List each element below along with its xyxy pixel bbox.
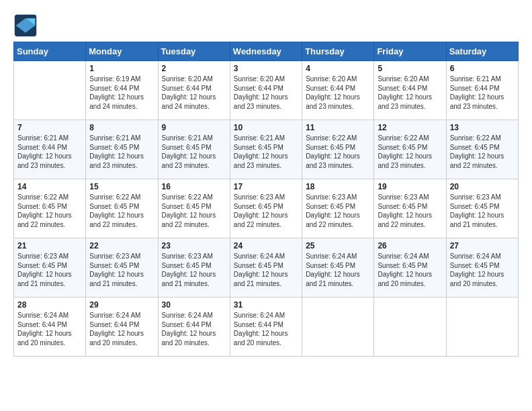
- day-number: 14: [17, 182, 82, 191]
- day-info: Sunrise: 6:22 AM Sunset: 6:45 PM Dayligh…: [89, 193, 154, 229]
- day-cell: [302, 298, 374, 357]
- day-cell: 7Sunrise: 6:21 AM Sunset: 6:44 PM Daylig…: [14, 120, 86, 179]
- day-info: Sunrise: 6:24 AM Sunset: 6:44 PM Dayligh…: [89, 311, 154, 347]
- day-number: 30: [162, 300, 226, 310]
- day-number: 13: [450, 123, 515, 132]
- day-info: Sunrise: 6:24 AM Sunset: 6:44 PM Dayligh…: [234, 311, 298, 347]
- day-cell: 6Sunrise: 6:21 AM Sunset: 6:44 PM Daylig…: [446, 61, 518, 120]
- day-number: 21: [17, 241, 82, 250]
- day-info: Sunrise: 6:19 AM Sunset: 6:44 PM Dayligh…: [89, 75, 154, 111]
- day-number: 15: [89, 182, 154, 191]
- weekday-header-row: SundayMondayTuesdayWednesdayThursdayFrid…: [14, 42, 519, 61]
- week-row-3: 14Sunrise: 6:22 AM Sunset: 6:45 PM Dayli…: [14, 179, 519, 238]
- day-number: 5: [378, 64, 442, 73]
- day-cell: 22Sunrise: 6:23 AM Sunset: 6:45 PM Dayli…: [86, 238, 158, 298]
- day-cell: 18Sunrise: 6:23 AM Sunset: 6:45 PM Dayli…: [302, 179, 374, 238]
- day-info: Sunrise: 6:22 AM Sunset: 6:45 PM Dayligh…: [450, 134, 515, 170]
- day-info: Sunrise: 6:24 AM Sunset: 6:45 PM Dayligh…: [234, 252, 298, 288]
- day-number: 24: [234, 241, 298, 250]
- day-info: Sunrise: 6:24 AM Sunset: 6:44 PM Dayligh…: [162, 311, 226, 347]
- day-cell: 1Sunrise: 6:19 AM Sunset: 6:44 PM Daylig…: [86, 61, 158, 120]
- day-cell: 8Sunrise: 6:21 AM Sunset: 6:45 PM Daylig…: [86, 120, 158, 179]
- day-number: 29: [89, 300, 154, 310]
- day-cell: 29Sunrise: 6:24 AM Sunset: 6:44 PM Dayli…: [86, 298, 158, 357]
- day-number: 2: [162, 64, 226, 73]
- day-cell: [374, 298, 446, 357]
- day-info: Sunrise: 6:21 AM Sunset: 6:44 PM Dayligh…: [450, 75, 515, 111]
- day-number: 10: [234, 123, 298, 132]
- day-cell: 20Sunrise: 6:23 AM Sunset: 6:45 PM Dayli…: [446, 179, 518, 238]
- day-cell: 5Sunrise: 6:20 AM Sunset: 6:44 PM Daylig…: [374, 61, 446, 120]
- day-info: Sunrise: 6:23 AM Sunset: 6:45 PM Dayligh…: [162, 252, 226, 288]
- day-info: Sunrise: 6:20 AM Sunset: 6:44 PM Dayligh…: [306, 75, 370, 111]
- day-info: Sunrise: 6:21 AM Sunset: 6:45 PM Dayligh…: [89, 134, 154, 170]
- weekday-header-friday: Friday: [374, 42, 446, 61]
- day-info: Sunrise: 6:23 AM Sunset: 6:45 PM Dayligh…: [378, 193, 442, 229]
- logo-icon: [13, 13, 38, 38]
- day-cell: 16Sunrise: 6:22 AM Sunset: 6:45 PM Dayli…: [158, 179, 230, 238]
- day-number: 20: [450, 182, 515, 191]
- day-cell: 4Sunrise: 6:20 AM Sunset: 6:44 PM Daylig…: [302, 61, 374, 120]
- day-number: 18: [306, 182, 370, 191]
- day-cell: 13Sunrise: 6:22 AM Sunset: 6:45 PM Dayli…: [446, 120, 518, 179]
- day-info: Sunrise: 6:24 AM Sunset: 6:44 PM Dayligh…: [17, 311, 82, 347]
- day-info: Sunrise: 6:23 AM Sunset: 6:45 PM Dayligh…: [306, 193, 370, 229]
- day-info: Sunrise: 6:20 AM Sunset: 6:44 PM Dayligh…: [234, 75, 298, 111]
- weekday-header-tuesday: Tuesday: [158, 42, 230, 61]
- day-cell: 11Sunrise: 6:22 AM Sunset: 6:45 PM Dayli…: [302, 120, 374, 179]
- day-cell: 21Sunrise: 6:23 AM Sunset: 6:45 PM Dayli…: [14, 238, 86, 298]
- day-number: 1: [89, 64, 154, 73]
- day-info: Sunrise: 6:24 AM Sunset: 6:45 PM Dayligh…: [378, 252, 442, 288]
- day-cell: 25Sunrise: 6:24 AM Sunset: 6:45 PM Dayli…: [302, 238, 374, 298]
- day-cell: 17Sunrise: 6:23 AM Sunset: 6:45 PM Dayli…: [230, 179, 302, 238]
- day-number: 17: [234, 182, 298, 191]
- weekday-header-wednesday: Wednesday: [230, 42, 302, 61]
- day-cell: 12Sunrise: 6:22 AM Sunset: 6:45 PM Dayli…: [374, 120, 446, 179]
- calendar-table: SundayMondayTuesdayWednesdayThursdayFrid…: [13, 42, 519, 357]
- day-cell: 27Sunrise: 6:24 AM Sunset: 6:45 PM Dayli…: [446, 238, 518, 298]
- weekday-header-sunday: Sunday: [14, 42, 86, 61]
- day-number: 27: [450, 241, 515, 250]
- day-cell: 28Sunrise: 6:24 AM Sunset: 6:44 PM Dayli…: [14, 298, 86, 357]
- page-header: [13, 13, 519, 38]
- day-info: Sunrise: 6:22 AM Sunset: 6:45 PM Dayligh…: [162, 193, 226, 229]
- day-cell: 15Sunrise: 6:22 AM Sunset: 6:45 PM Dayli…: [86, 179, 158, 238]
- day-number: 16: [162, 182, 226, 191]
- day-info: Sunrise: 6:23 AM Sunset: 6:45 PM Dayligh…: [450, 193, 515, 229]
- logo: [13, 13, 40, 38]
- day-cell: 3Sunrise: 6:20 AM Sunset: 6:44 PM Daylig…: [230, 61, 302, 120]
- day-number: 31: [234, 300, 298, 310]
- day-cell: 23Sunrise: 6:23 AM Sunset: 6:45 PM Dayli…: [158, 238, 230, 298]
- day-cell: [14, 61, 86, 120]
- day-number: 7: [17, 123, 82, 132]
- day-number: 23: [162, 241, 226, 250]
- day-number: 6: [450, 64, 515, 73]
- day-number: 25: [306, 241, 370, 250]
- day-number: 11: [306, 123, 370, 132]
- day-info: Sunrise: 6:23 AM Sunset: 6:45 PM Dayligh…: [89, 252, 154, 288]
- week-row-1: 1Sunrise: 6:19 AM Sunset: 6:44 PM Daylig…: [14, 61, 519, 120]
- day-number: 26: [378, 241, 442, 250]
- day-info: Sunrise: 6:22 AM Sunset: 6:45 PM Dayligh…: [306, 134, 370, 170]
- day-number: 19: [378, 182, 442, 191]
- day-info: Sunrise: 6:24 AM Sunset: 6:45 PM Dayligh…: [450, 252, 515, 288]
- day-number: 22: [89, 241, 154, 250]
- week-row-4: 21Sunrise: 6:23 AM Sunset: 6:45 PM Dayli…: [14, 238, 519, 298]
- day-info: Sunrise: 6:22 AM Sunset: 6:45 PM Dayligh…: [378, 134, 442, 170]
- day-info: Sunrise: 6:20 AM Sunset: 6:44 PM Dayligh…: [378, 75, 442, 111]
- day-info: Sunrise: 6:23 AM Sunset: 6:45 PM Dayligh…: [234, 193, 298, 229]
- day-info: Sunrise: 6:22 AM Sunset: 6:45 PM Dayligh…: [17, 193, 82, 229]
- day-cell: 9Sunrise: 6:21 AM Sunset: 6:45 PM Daylig…: [158, 120, 230, 179]
- day-info: Sunrise: 6:21 AM Sunset: 6:44 PM Dayligh…: [17, 134, 82, 170]
- day-number: 28: [17, 300, 82, 310]
- day-info: Sunrise: 6:24 AM Sunset: 6:45 PM Dayligh…: [306, 252, 370, 288]
- day-info: Sunrise: 6:21 AM Sunset: 6:45 PM Dayligh…: [234, 134, 298, 170]
- day-cell: 19Sunrise: 6:23 AM Sunset: 6:45 PM Dayli…: [374, 179, 446, 238]
- day-number: 8: [89, 123, 154, 132]
- day-cell: 10Sunrise: 6:21 AM Sunset: 6:45 PM Dayli…: [230, 120, 302, 179]
- day-info: Sunrise: 6:21 AM Sunset: 6:45 PM Dayligh…: [162, 134, 226, 170]
- day-cell: 31Sunrise: 6:24 AM Sunset: 6:44 PM Dayli…: [230, 298, 302, 357]
- weekday-header-saturday: Saturday: [446, 42, 518, 61]
- weekday-header-monday: Monday: [86, 42, 158, 61]
- day-number: 9: [162, 123, 226, 132]
